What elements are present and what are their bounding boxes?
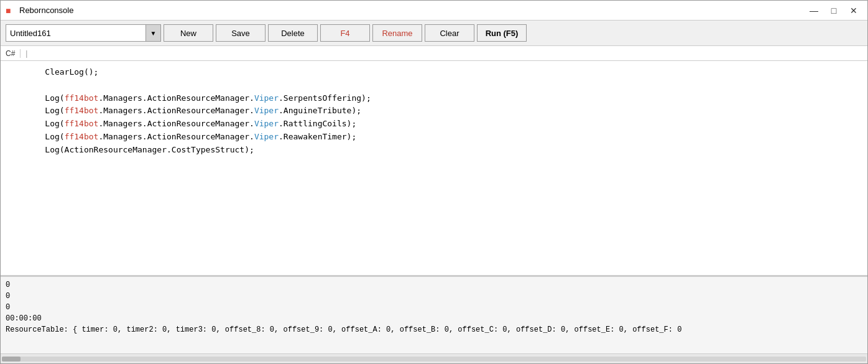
title-bar-left: ■ Rebornconsole <box>6 6 73 16</box>
code-content: ClearLog(); Log(ff14bot.Managers.ActionR… <box>25 66 862 157</box>
clear-button[interactable]: Clear <box>425 24 474 42</box>
rename-button[interactable]: Rename <box>372 24 422 42</box>
scrollbar-track <box>2 357 866 362</box>
dropdown-arrow[interactable]: ▼ <box>145 25 160 41</box>
output-scrollbar[interactable] <box>1 353 867 363</box>
maximize-button[interactable]: □ <box>825 3 843 18</box>
output-line-2: 0 <box>6 291 862 302</box>
file-selector[interactable]: Untitled161 ▼ <box>6 24 161 42</box>
toolbar: Untitled161 ▼ New Save Delete F4 Rename … <box>1 21 867 46</box>
output-line-5: ResourceTable: { timer: 0, timer2: 0, ti… <box>6 324 862 335</box>
f4-button[interactable]: F4 <box>320 24 370 42</box>
file-name: Untitled161 <box>6 29 145 38</box>
close-button[interactable]: ✕ <box>845 3 862 18</box>
output-line-3: 0 <box>6 302 862 313</box>
cursor-indicator: | <box>25 49 27 58</box>
main-window: ■ Rebornconsole — □ ✕ Untitled161 ▼ New … <box>0 0 868 364</box>
run-button[interactable]: Run (F5) <box>477 24 527 42</box>
language-label: C# <box>6 49 21 58</box>
scrollbar-thumb[interactable] <box>2 357 21 362</box>
title-bar: ■ Rebornconsole — □ ✕ <box>1 1 867 21</box>
output-line-4: 00:00:00 <box>6 313 862 324</box>
minimize-button[interactable]: — <box>805 3 823 18</box>
output-line-1: 0 <box>6 279 862 291</box>
save-button[interactable]: Save <box>216 24 265 42</box>
output-panel: 0 0 0 00:00:00 ResourceTable: { timer: 0… <box>1 276 867 363</box>
new-button[interactable]: New <box>164 24 213 42</box>
output-content: 0 0 0 00:00:00 ResourceTable: { timer: 0… <box>1 277 867 353</box>
language-bar: C# | <box>1 46 867 61</box>
window-title: Rebornconsole <box>19 6 73 15</box>
delete-button[interactable]: Delete <box>268 24 318 42</box>
window-controls: — □ ✕ <box>805 3 862 18</box>
app-icon: ■ <box>6 6 16 16</box>
code-editor[interactable]: ClearLog(); Log(ff14bot.Managers.ActionR… <box>1 61 867 276</box>
